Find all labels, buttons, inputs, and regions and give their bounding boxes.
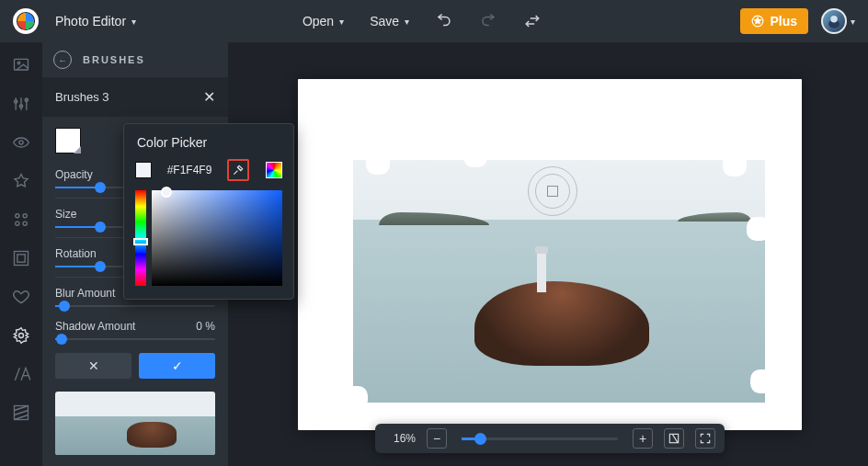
save-menu[interactable]: Save ▾ bbox=[370, 14, 409, 28]
rotation-label: Rotation bbox=[55, 247, 97, 260]
panel-title: BRUSHES bbox=[83, 54, 145, 65]
zoom-in-button[interactable]: + bbox=[633, 428, 653, 449]
canvas-area: 16% − + bbox=[228, 42, 868, 466]
fullscreen-button[interactable] bbox=[695, 428, 715, 449]
chevron-down-icon: ▾ bbox=[131, 17, 136, 27]
chevron-down-icon: ▾ bbox=[405, 17, 409, 27]
size-label: Size bbox=[55, 208, 76, 221]
confirm-row: ✕ ✓ bbox=[42, 344, 228, 388]
redo-button[interactable] bbox=[479, 12, 497, 30]
plus-label: Plus bbox=[770, 14, 797, 28]
hex-input[interactable]: #F1F4F9 bbox=[157, 164, 222, 176]
svg-rect-15 bbox=[15, 252, 29, 266]
svg-point-17 bbox=[19, 334, 24, 338]
zoom-toolbar: 16% − + bbox=[375, 424, 725, 453]
back-button[interactable]: ← bbox=[53, 51, 72, 69]
sv-cursor[interactable] bbox=[161, 187, 172, 198]
shadow-slider[interactable]: Shadow Amount 0 % bbox=[42, 311, 228, 344]
svg-point-13 bbox=[16, 222, 19, 225]
zoom-slider[interactable] bbox=[462, 438, 618, 440]
save-label: Save bbox=[370, 14, 399, 28]
undo-button[interactable] bbox=[435, 12, 453, 30]
tool-rail bbox=[0, 42, 42, 466]
brush-preview-thumbnail[interactable] bbox=[55, 392, 215, 455]
avatar bbox=[821, 8, 847, 34]
tool-adjust[interactable] bbox=[11, 94, 31, 114]
upgrade-plus-button[interactable]: Plus bbox=[740, 8, 808, 34]
topbar-center: Open ▾ Save ▾ bbox=[303, 12, 542, 30]
topbar-right: Plus ▾ bbox=[740, 8, 855, 34]
zoom-value: 16% bbox=[384, 432, 416, 445]
app-logo[interactable] bbox=[13, 8, 39, 34]
open-label: Open bbox=[303, 14, 334, 28]
canvas[interactable] bbox=[298, 79, 802, 430]
svg-point-14 bbox=[23, 222, 27, 225]
app-title-dropdown[interactable]: Photo Editor ▾ bbox=[55, 14, 136, 28]
close-icon[interactable]: ✕ bbox=[203, 88, 215, 106]
svg-rect-16 bbox=[17, 255, 25, 262]
tool-shapes[interactable] bbox=[11, 210, 31, 230]
svg-point-11 bbox=[16, 214, 19, 218]
tool-settings[interactable] bbox=[11, 325, 31, 346]
tool-texture[interactable] bbox=[11, 403, 31, 423]
current-color-swatch[interactable] bbox=[135, 162, 152, 178]
tool-text[interactable] bbox=[11, 364, 31, 384]
brush-name-row: Brushes 3 ✕ bbox=[42, 77, 228, 116]
tool-image[interactable] bbox=[11, 55, 31, 75]
chevron-down-icon: ▾ bbox=[851, 17, 855, 27]
top-bar: Photo Editor ▾ Open ▾ Save ▾ Plus bbox=[0, 0, 868, 42]
shadow-value: 0 % bbox=[196, 320, 215, 333]
compare-button[interactable] bbox=[523, 12, 542, 30]
account-menu[interactable]: ▾ bbox=[821, 8, 855, 34]
color-picker-title: Color Picker bbox=[124, 124, 293, 159]
svg-point-10 bbox=[19, 141, 23, 144]
saturation-value-field[interactable] bbox=[152, 190, 282, 286]
brush-name: Brushes 3 bbox=[55, 90, 109, 104]
blur-label: Blur Amount bbox=[55, 287, 115, 300]
app-title: Photo Editor bbox=[55, 14, 126, 28]
zoom-out-button[interactable]: − bbox=[427, 428, 447, 449]
shadow-label: Shadow Amount bbox=[55, 320, 135, 333]
svg-point-4 bbox=[830, 16, 838, 23]
tool-star[interactable] bbox=[11, 171, 31, 191]
panel-header: ← BRUSHES bbox=[42, 42, 228, 77]
tool-visibility[interactable] bbox=[11, 132, 31, 153]
cancel-button[interactable]: ✕ bbox=[55, 353, 131, 379]
tool-frame[interactable] bbox=[11, 248, 31, 268]
eyedropper-button[interactable] bbox=[227, 159, 249, 181]
chevron-down-icon: ▾ bbox=[339, 17, 344, 27]
hue-thumb[interactable] bbox=[133, 238, 148, 245]
brush-cursor bbox=[528, 166, 577, 216]
svg-point-6 bbox=[17, 62, 20, 64]
color-swatch[interactable] bbox=[55, 128, 81, 153]
open-menu[interactable]: Open ▾ bbox=[303, 14, 344, 28]
palette-button[interactable] bbox=[266, 162, 282, 178]
tool-heart[interactable] bbox=[11, 287, 31, 307]
color-picker-popover: Color Picker #F1F4F9 bbox=[123, 123, 294, 300]
main-shell: ← BRUSHES Brushes 3 ✕ Opacity Size Rotat… bbox=[0, 42, 868, 466]
zoom-thumb[interactable] bbox=[474, 433, 486, 445]
svg-point-12 bbox=[23, 214, 27, 218]
hue-slider[interactable] bbox=[135, 190, 146, 286]
opacity-label: Opacity bbox=[55, 168, 93, 181]
fit-screen-button[interactable] bbox=[664, 428, 684, 449]
svg-rect-5 bbox=[15, 59, 29, 70]
apply-button[interactable]: ✓ bbox=[139, 353, 215, 379]
